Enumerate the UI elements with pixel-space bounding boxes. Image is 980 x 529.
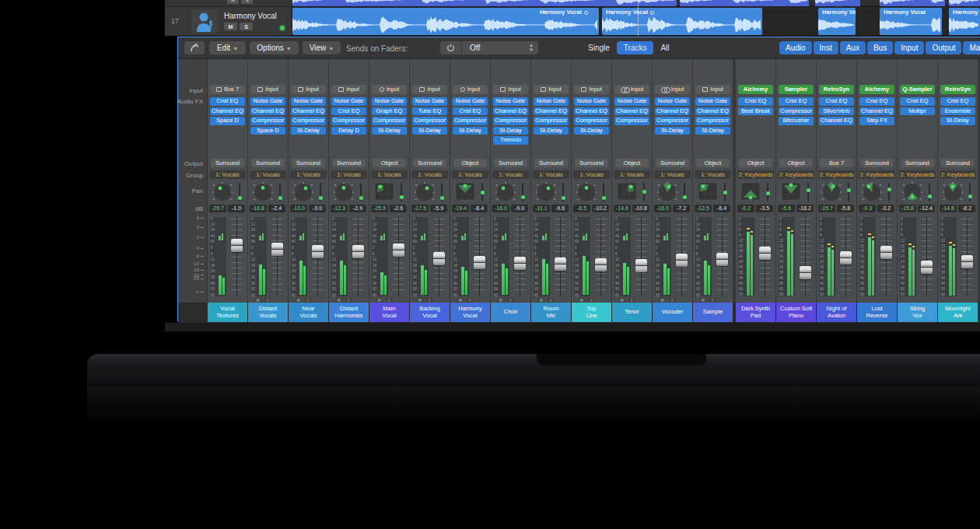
- surround-pan-knob[interactable]: [329, 181, 369, 203]
- fx-plugin-channel-eq[interactable]: Channel EQ: [819, 117, 854, 125]
- volume-fader[interactable]: [352, 217, 366, 296]
- fx-plugin-channel-eq[interactable]: Channel EQ: [574, 107, 609, 116]
- volume-value[interactable]: -5.9: [430, 205, 447, 212]
- volume-value[interactable]: -8.4: [471, 205, 488, 212]
- input-slot[interactable]: Input: [695, 85, 730, 94]
- fader-cap[interactable]: [716, 253, 728, 266]
- fx-plugin-st-delay[interactable]: St-Delay: [655, 127, 690, 135]
- fx-plugin-channel-eq[interactable]: Channel EQ: [493, 107, 528, 116]
- volume-value[interactable]: -7.2: [673, 205, 690, 212]
- fx-plugin-channel-eq[interactable]: Channel EQ: [695, 107, 730, 116]
- fx-plugin-tremolo[interactable]: Tremolo: [493, 136, 528, 145]
- group-slot[interactable]: 1: Vocals: [331, 170, 367, 179]
- fader-cap[interactable]: [595, 258, 607, 272]
- volume-value[interactable]: -10.8: [632, 205, 649, 212]
- input-slot[interactable]: Input: [412, 85, 447, 94]
- volume-value[interactable]: -3.2: [877, 205, 894, 212]
- volume-fader[interactable]: [799, 217, 813, 296]
- surround-pan-knob[interactable]: [938, 181, 978, 203]
- track-tab-7[interactable]: Harmony Vocal: [450, 303, 490, 322]
- surround-pan-knob[interactable]: [208, 181, 247, 203]
- pan-elevation-slider[interactable]: [239, 183, 240, 201]
- fx-plugin-st-delay[interactable]: St-Delay: [493, 127, 528, 135]
- fx-plugin-channel-eq[interactable]: Channel EQ: [250, 107, 285, 116]
- group-slot[interactable]: 1: Vocals: [492, 170, 529, 179]
- pan-elevation-slider[interactable]: [401, 183, 402, 201]
- fx-plugin-st-delay[interactable]: St-Delay: [574, 127, 609, 135]
- fx-plugin-bitcrusher[interactable]: Bitcrusher: [779, 117, 814, 125]
- output-slot[interactable]: Surround: [860, 159, 894, 167]
- mute-button[interactable]: M: [227, 0, 239, 4]
- group-slot[interactable]: 2: Keyboards: [859, 170, 895, 179]
- fader-cap[interactable]: [961, 255, 973, 268]
- pan-elevation-slider[interactable]: [320, 183, 321, 201]
- input-slot[interactable]: Input: [493, 85, 528, 94]
- pan-elevation-slider[interactable]: [643, 183, 645, 201]
- output-slot[interactable]: Object: [779, 159, 813, 167]
- track-tab-10[interactable]: Top Line: [572, 303, 611, 322]
- upper-audio-region[interactable]: [880, 0, 945, 6]
- track-tab-4[interactable]: Distant Harmonies: [329, 303, 369, 322]
- surround-pan-knob[interactable]: [572, 181, 611, 203]
- fx-plugin-multipr[interactable]: Multipr: [900, 107, 935, 116]
- surround-pan-knob[interactable]: [817, 181, 856, 203]
- filter-input[interactable]: Input: [894, 41, 924, 54]
- fx-plugin-delay-d[interactable]: Delay D: [331, 127, 366, 135]
- group-slot[interactable]: 1: Vocals: [371, 170, 408, 179]
- pan-elevation-slider[interactable]: [562, 183, 564, 201]
- input-slot[interactable]: Input: [534, 85, 569, 94]
- pan-elevation-slider[interactable]: [807, 183, 809, 201]
- fx-plugin-st-delay[interactable]: St-Delay: [940, 117, 975, 125]
- fader-cap[interactable]: [231, 239, 243, 252]
- fx-plugin-cnsl-eq[interactable]: Cnsl EQ: [940, 97, 975, 106]
- segment-all[interactable]: All: [653, 41, 676, 54]
- fx-plugin-space-d[interactable]: Space D: [210, 117, 245, 125]
- volume-fader[interactable]: [513, 217, 527, 296]
- volume-fader[interactable]: [920, 217, 934, 296]
- fx-plugin-cnsl-eq[interactable]: Cnsl EQ: [900, 97, 935, 106]
- instrument-slot[interactable]: Alchemy: [738, 85, 773, 94]
- output-slot[interactable]: Surround: [413, 159, 446, 167]
- pan-elevation-slider[interactable]: [684, 183, 685, 201]
- fx-plugin-noise-gate[interactable]: Noise Gate: [412, 97, 447, 106]
- audio-region[interactable]: Harmony Vocal: [602, 8, 762, 35]
- object-pan-pad[interactable]: [612, 181, 652, 203]
- filter-master-vca[interactable]: Master/VCA: [963, 41, 980, 54]
- fx-plugin-noise-gate[interactable]: Noise Gate: [534, 97, 569, 106]
- fx-plugin-tube-eq[interactable]: Tube EQ: [412, 107, 447, 116]
- volume-value[interactable]: -12.4: [918, 205, 935, 212]
- fx-plugin-noise-gate[interactable]: Noise Gate: [574, 97, 609, 106]
- volume-fader[interactable]: [961, 217, 975, 296]
- pan-elevation-slider[interactable]: [929, 183, 930, 201]
- segment-tracks[interactable]: Tracks: [617, 41, 654, 54]
- playhead[interactable]: [638, 0, 639, 36]
- view-menu[interactable]: View▼: [303, 41, 341, 54]
- fx-plugin-compressor[interactable]: Compressor: [574, 117, 609, 125]
- fx-plugin-st-delay[interactable]: St-Delay: [372, 127, 407, 135]
- volume-value[interactable]: -2.4: [268, 205, 285, 212]
- volume-fader[interactable]: [230, 217, 244, 296]
- volume-value[interactable]: -6.4: [713, 205, 730, 212]
- fx-plugin-cnsl-eq[interactable]: Cnsl EQ: [738, 97, 773, 106]
- volume-fader[interactable]: [392, 217, 406, 296]
- fx-plugin-cnsl-eq[interactable]: Cnsl EQ: [331, 107, 366, 116]
- fx-plugin-cnsl-eq[interactable]: Cnsl EQ: [819, 97, 854, 106]
- fx-plugin-cnsl-eq[interactable]: Cnsl EQ: [453, 107, 488, 116]
- fx-plugin-compressor[interactable]: Compressor: [250, 117, 285, 125]
- input-slot[interactable]: Input: [250, 85, 285, 94]
- instrument-slot[interactable]: RetroSyn: [819, 85, 854, 94]
- track-tab-12[interactable]: Vocoder: [653, 303, 692, 322]
- fader-cap[interactable]: [921, 261, 933, 274]
- output-slot[interactable]: Surround: [494, 159, 527, 167]
- fx-plugin-st-delay[interactable]: St-Delay: [412, 127, 447, 135]
- volume-fader[interactable]: [880, 217, 894, 296]
- fx-plugin-channel-eq[interactable]: Channel EQ: [534, 107, 569, 116]
- edit-menu[interactable]: Edit▼: [209, 41, 246, 54]
- volume-fader[interactable]: [554, 217, 568, 296]
- track-tab-6[interactable]: Backing Vocal: [410, 303, 450, 322]
- up-arrow-button[interactable]: [184, 41, 205, 54]
- object-pan-pad[interactable]: [736, 181, 775, 203]
- volume-value[interactable]: -3.0: [309, 205, 326, 212]
- volume-fader[interactable]: [839, 217, 853, 296]
- instrument-slot[interactable]: Alchemy: [859, 85, 894, 94]
